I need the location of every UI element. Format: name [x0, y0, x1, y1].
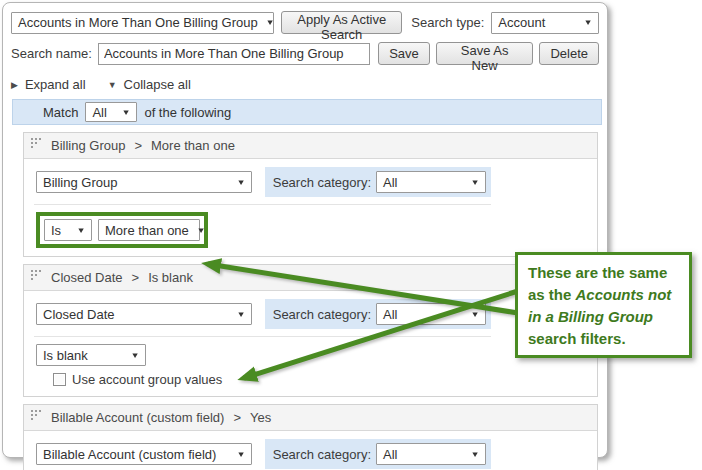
search-type-label: Search type: [411, 15, 484, 30]
field-row: Billing Group ▼ Search category: All ▼ [34, 165, 491, 205]
search-category-value: All [383, 175, 397, 190]
filter-header[interactable]: Billable Account (custom field) > Yes [24, 405, 597, 431]
chevron-down-icon: ▼ [583, 18, 592, 27]
filter-closed-date: Closed Date > Is blank Closed Date ▼ Sea… [23, 264, 598, 397]
field-select[interactable]: Billing Group ▼ [36, 171, 252, 193]
drag-handle-icon[interactable] [31, 270, 41, 280]
saved-search-select[interactable]: Accounts in More Than One Billing Group … [11, 12, 274, 34]
chevron-down-icon: ▼ [236, 450, 245, 459]
filter-header[interactable]: Billing Group > More than one [24, 133, 597, 159]
expand-collapse-row: ▶ Expand all ▼ Collapse all [11, 77, 599, 92]
chevron-down-icon: ▼ [470, 310, 479, 319]
search-name-row: Search name: Save Save As New Delete [11, 42, 599, 65]
search-builder-panel: Accounts in More Than One Billing Group … [2, 2, 608, 458]
field-select-value: Billable Account (custom field) [43, 447, 216, 462]
drag-handle-icon[interactable] [31, 410, 41, 420]
filter-title: Billable Account (custom field) > Yes [51, 410, 271, 425]
match-value: All [92, 105, 106, 120]
chevron-down-icon: ▼ [76, 226, 85, 235]
value-select-value: More than one [105, 223, 189, 238]
chevron-down-icon: ▼ [470, 178, 479, 187]
filter-title-separator: > [134, 138, 142, 153]
field-select[interactable]: Closed Date ▼ [36, 303, 252, 325]
filter-billing-group: Billing Group > More than one Billing Gr… [23, 132, 598, 257]
operator-row: Is ▼ More than one ▼ [34, 212, 597, 248]
chevron-down-icon: ▼ [265, 18, 274, 27]
annotation-text-suffix: search filters. [528, 330, 626, 347]
expand-all-link[interactable]: Expand all [25, 77, 86, 92]
chevron-down-icon: ▼ [196, 226, 205, 235]
filter-title-field: Billing Group [51, 138, 125, 153]
field-select-value: Closed Date [43, 307, 115, 322]
match-select[interactable]: All ▼ [85, 102, 137, 122]
search-name-input[interactable] [98, 43, 370, 65]
search-name-label: Search name: [11, 46, 92, 61]
operator-select[interactable]: Is blank ▼ [36, 344, 146, 366]
apply-active-search-button[interactable]: Apply As Active Search [281, 11, 402, 34]
chevron-down-icon: ▼ [470, 450, 479, 459]
chevron-down-icon: ▼ [236, 310, 245, 319]
save-as-new-button[interactable]: Save As New [436, 42, 534, 65]
save-button[interactable]: Save [378, 42, 430, 65]
value-select[interactable]: More than one ▼ [98, 219, 200, 241]
operator-select[interactable]: Is ▼ [44, 219, 92, 241]
filter-header[interactable]: Closed Date > Is blank [24, 265, 597, 291]
search-category-label: Search category: [273, 175, 371, 190]
screenshot-page: Accounts in More Than One Billing Group … [0, 0, 702, 470]
filter-title-value: More than one [151, 138, 235, 153]
chevron-down-icon: ▼ [122, 108, 131, 117]
field-select-value: Billing Group [43, 175, 117, 190]
operator-value: Is [51, 223, 61, 238]
collapse-all-link[interactable]: Collapse all [124, 77, 191, 92]
search-category-select[interactable]: All ▼ [376, 171, 486, 193]
saved-search-value: Accounts in More Than One Billing Group [18, 15, 258, 30]
annotation-callout: These are the same as the Accounts not i… [515, 252, 692, 358]
green-highlight-box: Is ▼ More than one ▼ [36, 212, 208, 248]
search-category-select[interactable]: All ▼ [376, 303, 486, 325]
chevron-down-icon: ▼ [130, 351, 139, 360]
filter-title: Closed Date > Is blank [51, 270, 193, 285]
filter-title-separator: > [132, 270, 140, 285]
match-bar: Match All ▼ of the following [12, 99, 602, 125]
search-category-label: Search category: [273, 447, 371, 462]
toolbar-row: Accounts in More Than One Billing Group … [11, 11, 599, 34]
collapse-all-icon: ▼ [108, 80, 117, 90]
search-category-value: All [383, 447, 397, 462]
use-account-group-values-checkbox[interactable] [53, 373, 66, 386]
filter-title-field: Closed Date [51, 270, 123, 285]
search-type-value: Account [498, 15, 545, 30]
filter-title-value: Is blank [148, 270, 193, 285]
filter-title-value: Yes [250, 410, 271, 425]
field-row: Closed Date ▼ Search category: All ▼ [34, 297, 491, 337]
field-row: Billable Account (custom field) ▼ Search… [34, 437, 491, 470]
search-category-label: Search category: [273, 307, 371, 322]
search-category-box: Search category: All ▼ [265, 299, 491, 329]
operator-row: Is blank ▼ [36, 344, 597, 366]
search-category-select[interactable]: All ▼ [376, 443, 486, 465]
operator-value: Is blank [43, 348, 88, 363]
search-category-box: Search category: All ▼ [265, 167, 491, 197]
filter-title: Billing Group > More than one [51, 138, 235, 153]
filter-title-field: Billable Account (custom field) [51, 410, 224, 425]
filter-billable-account: Billable Account (custom field) > Yes Bi… [23, 404, 598, 470]
filter-body: Billable Account (custom field) ▼ Search… [24, 431, 597, 470]
expand-all-icon: ▶ [11, 80, 18, 90]
checkbox-label: Use account group values [72, 372, 222, 387]
chevron-down-icon: ▼ [236, 178, 245, 187]
filter-body: Closed Date ▼ Search category: All ▼ Is … [24, 291, 597, 396]
filter-title-separator: > [233, 410, 241, 425]
delete-button[interactable]: Delete [539, 42, 599, 65]
drag-handle-icon[interactable] [31, 138, 41, 148]
search-category-value: All [383, 307, 397, 322]
search-category-box: Search category: All ▼ [265, 439, 491, 469]
field-select[interactable]: Billable Account (custom field) ▼ [36, 443, 252, 465]
filter-body: Billing Group ▼ Search category: All ▼ [24, 159, 597, 256]
match-label: Match [43, 105, 78, 120]
match-suffix: of the following [144, 105, 231, 120]
search-type-select[interactable]: Account ▼ [491, 12, 599, 34]
checkbox-row: Use account group values [53, 372, 597, 387]
